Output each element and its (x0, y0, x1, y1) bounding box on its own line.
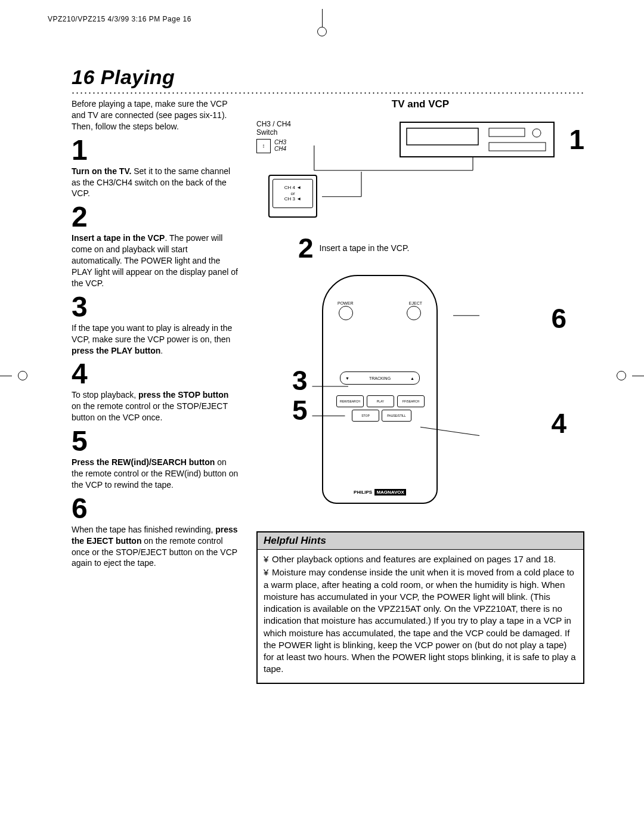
step-2-number: 2 (72, 203, 239, 231)
step-6-pre: When the tape has finished rewinding, (72, 525, 215, 534)
step-6-number: 6 (72, 494, 239, 523)
step-3-number: 3 (72, 293, 239, 321)
step-3-post: . (160, 346, 163, 355)
step-4-pre: To stop playback, (72, 390, 138, 400)
step-5-number: 5 (72, 427, 239, 456)
leader-lines-2 (256, 275, 584, 550)
page: VPZ210/VPZ215 4/3/99 3:16 PM Page 16 16 … (0, 0, 644, 833)
tv-vcp-title: TV and VCP (256, 98, 584, 110)
step-1-text: Turn on the TV. Set it to the same chann… (72, 166, 239, 200)
step-5-text: Press the REW(ind)/SEARCH button on the … (72, 457, 239, 491)
page-title: 16 Playing (72, 66, 584, 89)
remote-diagram: POWER EJECT ▼TRACKING▲ REW/SEARCH PLAY F… (256, 275, 584, 525)
content: 16 Playing ·····························… (72, 66, 584, 797)
helpful-hints-body: ¥Other playback options and features are… (258, 550, 583, 683)
step-2-bold: Insert a tape in the VCP (72, 233, 165, 243)
bullet-icon: ¥ (264, 566, 272, 578)
step-1-bold: Turn on the TV. (72, 166, 131, 176)
step-2-text: Insert a tape in the VCP. The power will… (72, 233, 239, 289)
crop-mark-right (614, 370, 632, 382)
leader-lines-1 (256, 113, 584, 237)
step-3-bold: press the PLAY button (72, 346, 160, 355)
step-2-diagram-text: Insert a tape in the VCP. (320, 243, 410, 253)
svg-line-13 (420, 427, 479, 435)
header-info: VPZ210/VPZ215 4/3/99 3:16 PM Page 16 (48, 15, 191, 23)
hint-1: Other playback options and features are … (272, 554, 556, 564)
title-dots: ········································… (72, 90, 584, 95)
right-column: TV and VCP CH3 / CH4 Switch ↕ CH3 CH4 (256, 98, 584, 684)
step-4-number: 4 (72, 360, 239, 388)
step-1-number: 1 (72, 136, 239, 165)
step-4-bold: press the STOP button (138, 390, 228, 400)
step-3-text: If the tape you want to play is already … (72, 323, 239, 357)
bullet-icon: ¥ (264, 553, 272, 565)
step-4-text: To stop playback, press the STOP button … (72, 389, 239, 423)
diagram-tv-vcp: CH3 / CH4 Switch ↕ CH3 CH4 (256, 113, 584, 226)
helpful-hints-box: Helpful Hints ¥Other playback options an… (256, 531, 584, 684)
hint-2: Moisture may condense inside the unit wh… (264, 567, 576, 674)
step-3-pre: If the tape you want to play is already … (72, 323, 232, 344)
intro-text: Before playing a tape, make sure the VCP… (72, 98, 239, 132)
step-6-text: When the tape has finished rewinding, pr… (72, 524, 239, 569)
left-column: Before playing a tape, make sure the VCP… (72, 98, 239, 684)
crop-mark-top (316, 27, 328, 39)
step-5-bold: Press the REW(ind)/SEARCH button (72, 457, 215, 467)
crop-mark-left (12, 370, 30, 382)
step-4-post: on the remote control or the STOP/EJECT … (72, 401, 228, 422)
